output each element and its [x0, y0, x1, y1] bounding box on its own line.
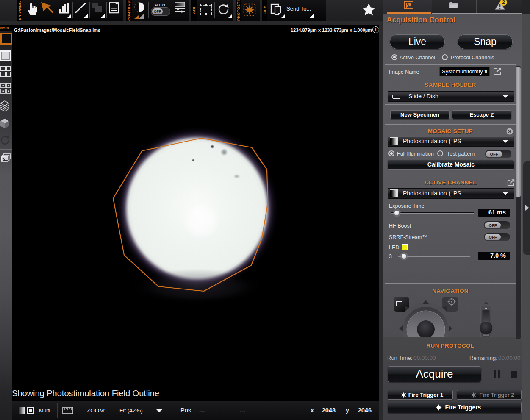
- svg-text:AOI: AOI: [192, 7, 196, 14]
- svg-text:PHOTOSTIMU: PHOTOSTIMU: [236, 0, 241, 21]
- svg-text:DRAWING: DRAWING: [18, 1, 22, 20]
- svg-text:CONTRAST: CONTRAST: [127, 0, 131, 21]
- svg-text:FILE: FILE: [263, 6, 267, 14]
